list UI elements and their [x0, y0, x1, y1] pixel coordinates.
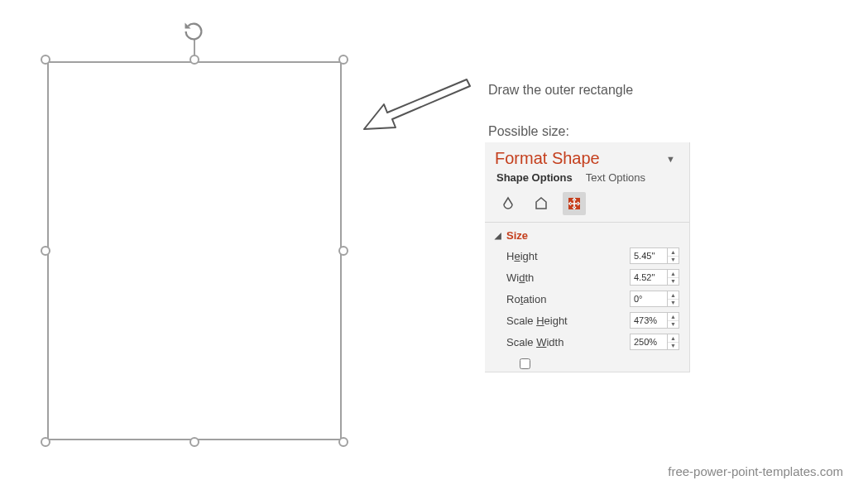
collapse-triangle-icon: ◢	[495, 231, 501, 240]
instruction-text-1: Draw the outer rectangle	[488, 83, 633, 98]
width-spinner[interactable]: ▲ ▼	[630, 269, 679, 286]
pane-dropdown-icon[interactable]: ▼	[662, 151, 679, 166]
resize-handle-top-middle[interactable]	[189, 55, 199, 65]
tab-shape-options[interactable]: Shape Options	[496, 171, 573, 184]
size-properties-icon[interactable]	[563, 192, 586, 215]
height-spin-up[interactable]: ▲	[668, 248, 679, 257]
label-rotation: Rotation	[496, 293, 546, 305]
scale-width-spinner[interactable]: ▲ ▼	[630, 334, 679, 350]
label-height: Height	[496, 250, 538, 262]
scale-height-spin-up[interactable]: ▲	[668, 313, 679, 321]
width-input[interactable]	[631, 270, 667, 285]
resize-handle-top-right[interactable]	[338, 55, 348, 65]
pane-title: Format Shape	[495, 149, 600, 168]
resize-handle-middle-right[interactable]	[338, 246, 348, 256]
fill-line-icon[interactable]	[496, 192, 520, 215]
rotation-spin-down[interactable]: ▼	[668, 300, 679, 307]
format-shape-pane: Format Shape ▼ Shape Options Text Option…	[485, 142, 690, 372]
tab-text-options[interactable]: Text Options	[586, 171, 645, 184]
label-scale-width: Scale Width	[496, 336, 563, 348]
scale-height-spin-down[interactable]: ▼	[668, 321, 679, 329]
section-size-header[interactable]: ◢ Size	[485, 223, 689, 245]
scale-width-spin-up[interactable]: ▲	[668, 334, 679, 343]
resize-handle-bottom-middle[interactable]	[189, 437, 199, 447]
width-spin-down[interactable]: ▼	[668, 278, 679, 286]
resize-handle-bottom-left[interactable]	[41, 437, 50, 447]
scale-height-input[interactable]	[631, 313, 667, 328]
lock-aspect-checkbox[interactable]	[520, 358, 530, 369]
scale-height-spinner[interactable]: ▲ ▼	[630, 312, 679, 329]
label-width: Width	[496, 271, 534, 284]
watermark-text: free-power-point-templates.com	[668, 464, 843, 478]
height-spinner[interactable]: ▲ ▼	[630, 247, 679, 264]
resize-handle-top-left[interactable]	[41, 55, 50, 65]
rotation-input[interactable]	[631, 291, 667, 306]
annotation-arrow-icon	[357, 76, 473, 145]
scale-width-input[interactable]	[631, 334, 667, 349]
section-size-label: Size	[506, 229, 528, 242]
height-spin-down[interactable]: ▼	[668, 257, 679, 264]
scale-width-spin-down[interactable]: ▼	[668, 343, 679, 350]
canvas: Draw the outer rectangle Possible size: …	[0, 0, 868, 490]
resize-handle-middle-left[interactable]	[41, 246, 50, 256]
label-scale-height: Scale Height	[496, 315, 568, 327]
resize-handle-bottom-right[interactable]	[338, 437, 348, 447]
rotation-handle-icon[interactable]	[182, 20, 205, 46]
selected-rectangle-shape[interactable]	[47, 61, 342, 440]
effects-icon[interactable]	[530, 192, 553, 215]
width-spin-up[interactable]: ▲	[668, 270, 679, 278]
height-input[interactable]	[631, 248, 667, 263]
rotation-spinner[interactable]: ▲ ▼	[630, 291, 679, 307]
instruction-text-2: Possible size:	[488, 124, 569, 139]
rotation-spin-up[interactable]: ▲	[668, 291, 679, 300]
